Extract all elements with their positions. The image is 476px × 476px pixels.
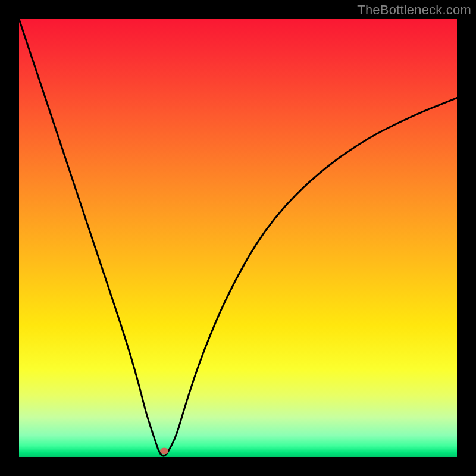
curve-path: [19, 19, 457, 456]
min-marker: [160, 447, 168, 454]
chart-frame: TheBottleneck.com: [0, 0, 476, 476]
curve-svg: [19, 19, 457, 457]
plot-area: [19, 19, 457, 457]
watermark-text: TheBottleneck.com: [357, 2, 471, 18]
